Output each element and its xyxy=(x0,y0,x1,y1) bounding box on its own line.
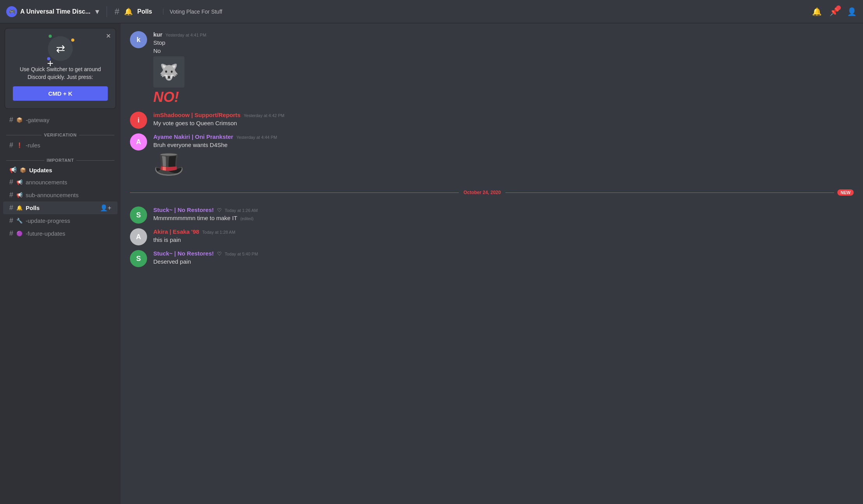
hash-icon: # xyxy=(9,217,13,225)
message-header: Akira | Esaka '98 Today at 1:28 AM xyxy=(153,228,854,235)
top-header: 🎮 A Universal Time Disc... ▾ # 🔔 Polls V… xyxy=(0,0,863,23)
hash-icon: # xyxy=(115,7,119,17)
quick-switcher-popup: ✕ ⇄ + Use Quick Switcher to get aroundDi… xyxy=(5,28,116,109)
channel-label: -gateway xyxy=(26,117,49,123)
new-badge: NEW xyxy=(837,189,854,196)
sticker-image: 🐺 xyxy=(153,56,184,88)
section-verification: VERIFICATION xyxy=(0,126,121,139)
timestamp: Today at 1:26 AM xyxy=(225,208,258,213)
dot2 xyxy=(71,38,74,42)
edited-tag: (edited) xyxy=(240,217,254,221)
message-content: Stuck~ | No Restores! ♡ Today at 5:40 PM… xyxy=(153,250,854,267)
server-name-label: A Universal Time Disc... xyxy=(20,8,91,15)
quick-switcher-title: Use Quick Switcher to get aroundDiscord … xyxy=(13,66,108,81)
sidebar-item-update-progress[interactable]: # 🔧 -update-progress xyxy=(3,214,118,227)
message-text: this is pain xyxy=(153,236,854,244)
author-name: Akira | Esaka '98 xyxy=(153,228,199,235)
quick-switcher-button[interactable]: CMD + K xyxy=(13,86,108,101)
sidebar-item-sub-announcements[interactable]: # 📢 sub-announcements xyxy=(3,189,118,201)
add-user-icon[interactable]: 👤+ xyxy=(100,204,111,212)
profile-icon[interactable]: 👤 xyxy=(847,7,857,16)
channel-emoji: ❗ xyxy=(16,142,23,148)
dot1 xyxy=(49,35,52,38)
main-area: ✕ ⇄ + Use Quick Switcher to get aroundDi… xyxy=(0,23,863,504)
timestamp: Yesterday at 4:42 PM xyxy=(244,113,284,118)
channel-label: announcements xyxy=(26,179,67,186)
channel-emoji: 🔧 xyxy=(16,218,23,224)
avatar: A xyxy=(130,228,147,245)
message-group: S Stuck~ | No Restores! ♡ Today at 5:40 … xyxy=(121,248,863,269)
message-text: Bruh everyone wants D4She xyxy=(153,141,854,149)
server-name[interactable]: 🎮 A Universal Time Disc... ▾ xyxy=(6,6,99,17)
channel-description: Voting Place For Stuff xyxy=(163,9,222,15)
sidebar-item-updates[interactable]: 📢 📦 Updates xyxy=(3,164,118,176)
timestamp: Today at 5:40 PM xyxy=(225,252,258,256)
message-group: S Stuck~ | No Restores! ♡ Today at 1:26 … xyxy=(121,205,863,225)
channel-emoji: 📢 xyxy=(16,192,23,198)
channel-label: Updates xyxy=(29,167,52,173)
message-content: Akira | Esaka '98 Today at 1:28 AM this … xyxy=(153,228,854,245)
message-content: imShadooow | Support/Reports Yesterday a… xyxy=(153,112,854,129)
author-name: kur xyxy=(153,31,162,38)
avatar: A xyxy=(130,133,147,150)
message-text: My vote goes to Queen Crimson xyxy=(153,119,854,127)
no-text: NO! xyxy=(153,89,854,105)
notification-count xyxy=(836,5,841,10)
message-group: i imShadooow | Support/Reports Yesterday… xyxy=(121,110,863,130)
pin-badge[interactable]: 📌 xyxy=(830,7,839,16)
timestamp: Today at 1:28 AM xyxy=(202,230,235,234)
bell-icon: 🔔 xyxy=(124,7,133,16)
message-text: No xyxy=(153,47,854,55)
avatar: S xyxy=(130,250,147,267)
message-header: kur Yesterday at 4:41 PM xyxy=(153,31,854,38)
sidebar-item-polls[interactable]: # 🔔 Polls 👤+ xyxy=(3,201,118,214)
message-group: A Ayame Nakiri | Oni Prankster Yesterday… xyxy=(121,132,863,180)
channel-label: Polls xyxy=(26,205,40,211)
hash-icon: # xyxy=(9,204,13,212)
date-line-left xyxy=(130,192,459,193)
channel-emoji: 📢 xyxy=(16,179,23,185)
avatar: i xyxy=(130,112,147,129)
heart-icon: ♡ xyxy=(217,251,222,257)
section-important: IMPORTANT xyxy=(0,152,121,164)
sticker-emoji: 🐺 xyxy=(159,63,179,81)
message-text: Mmmmmmmmn time to make IT (edited) xyxy=(153,214,854,222)
heart-icon: ♡ xyxy=(217,207,222,213)
header-actions: 🔔 📌 👤 xyxy=(812,7,857,16)
message-content: Ayame Nakiri | Oni Prankster Yesterday a… xyxy=(153,133,854,178)
channel-label: sub-announcements xyxy=(26,192,79,198)
sidebar-item-gateway[interactable]: # 📦 -gateway xyxy=(3,114,118,126)
author-name: Stuck~ | No Restores! xyxy=(153,206,214,213)
hash-icon: # xyxy=(9,191,13,199)
channel-emoji: 🔔 xyxy=(16,205,23,211)
megaphone-icon: 📢 xyxy=(9,166,17,173)
message-text: Deserved pain xyxy=(153,257,854,266)
section-line-left xyxy=(6,160,44,161)
message-header: Stuck~ | No Restores! ♡ Today at 5:40 PM xyxy=(153,250,854,257)
header-divider xyxy=(107,6,107,17)
hash-icon: # xyxy=(9,116,13,124)
hash-icon: # xyxy=(9,178,13,186)
hash-icon: # xyxy=(9,141,13,149)
sidebar-item-rules[interactable]: # ❗ -rules xyxy=(3,139,118,152)
section-label: VERIFICATION xyxy=(44,133,77,137)
close-icon[interactable]: ✕ xyxy=(106,32,111,40)
sidebar-item-future-updates[interactable]: # 🟣 -future-updates xyxy=(3,227,118,240)
section-line-right xyxy=(76,160,114,161)
author-name: imShadooow | Support/Reports xyxy=(153,112,240,118)
dot3: + xyxy=(47,57,50,60)
section-label: IMPORTANT xyxy=(47,158,74,163)
author-name: Stuck~ | No Restores! xyxy=(153,250,214,257)
message-text: Stop xyxy=(153,38,854,47)
timestamp: Yesterday at 4:41 PM xyxy=(165,33,206,37)
sidebar: ✕ ⇄ + Use Quick Switcher to get aroundDi… xyxy=(0,23,121,504)
message-content: kur Yesterday at 4:41 PM Stop No 🐺 NO! xyxy=(153,31,854,107)
message-content: Stuck~ | No Restores! ♡ Today at 1:26 AM… xyxy=(153,206,854,224)
sidebar-item-announcements[interactable]: # 📢 announcements xyxy=(3,176,118,189)
channel-label: -update-progress xyxy=(26,217,70,224)
section-line-right xyxy=(79,135,114,135)
section-line-left xyxy=(6,135,42,135)
message-group: A Akira | Esaka '98 Today at 1:28 AM thi… xyxy=(121,227,863,247)
notification-icon[interactable]: 🔔 xyxy=(812,7,822,16)
date-divider: October 24, 2020 NEW xyxy=(121,186,863,199)
